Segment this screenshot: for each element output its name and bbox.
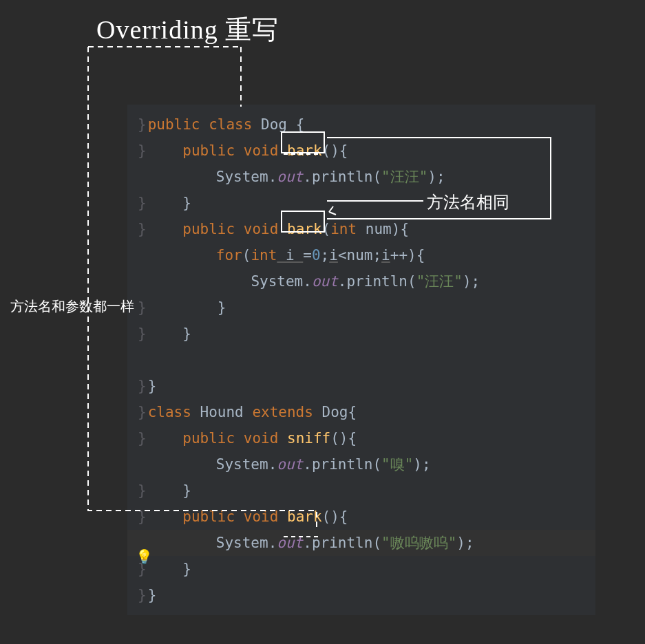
code-line[interactable]: }public class Dog { (127, 111, 595, 138)
code-line[interactable]: } } (127, 190, 595, 216)
code-line[interactable]: } public void bark(int num){ (127, 216, 595, 242)
annotation-method-same: 方法名相同 (427, 191, 509, 213)
code-line[interactable]: } public void bark(){ (127, 138, 595, 164)
code-line[interactable]: System.out.println("嗅"); (127, 451, 595, 477)
code-line[interactable]: for(int i =0;i<num;i++){ (127, 242, 595, 268)
code-line[interactable]: } } (127, 556, 595, 582)
code-line[interactable]: } public void bark(){ (127, 504, 595, 530)
code-line[interactable]: }} (127, 582, 595, 608)
code-editor[interactable]: }public class Dog { } public void bark()… (127, 105, 595, 615)
code-line[interactable] (127, 347, 595, 373)
code-line[interactable]: }} (127, 373, 595, 399)
annotation-title: Overriding 重写 (96, 12, 279, 47)
code-line[interactable]: System.out.println("汪汪"); (127, 164, 595, 190)
code-line[interactable]: } } (127, 477, 595, 504)
code-line[interactable]: System.out.println("汪汪"); (127, 268, 595, 294)
code-line[interactable]: } } (127, 294, 595, 321)
lightbulb-icon[interactable]: 💡 (136, 548, 153, 565)
code-line-active[interactable]: System.out.println("嗷呜嗷呜"); (127, 530, 595, 556)
code-line[interactable]: } public void sniff(){ (127, 425, 595, 451)
code-line[interactable]: }class Hound extends Dog{ (127, 399, 595, 425)
code-line[interactable]: } } (127, 321, 595, 347)
annotation-method-param-same: 方法名和参数都一样 (10, 297, 134, 316)
